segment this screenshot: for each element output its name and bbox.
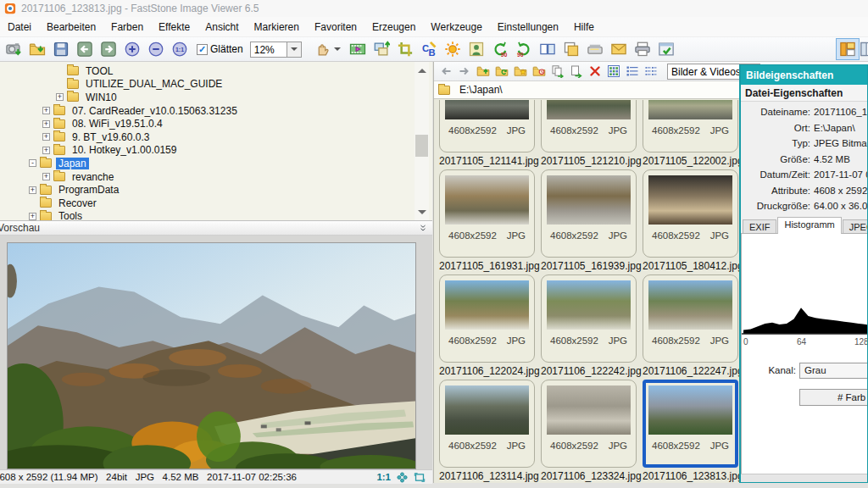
tree-scrollbar[interactable] xyxy=(415,62,429,221)
crop-button[interactable] xyxy=(393,38,417,60)
menu-farben[interactable]: Farben xyxy=(103,18,151,36)
expand-icon[interactable]: + xyxy=(42,133,50,141)
expand-icon[interactable]: + xyxy=(42,147,50,154)
menu-einstellungen[interactable]: Einstellungen xyxy=(490,18,566,36)
thumbnail-cell[interactable]: 4608x2592JPG xyxy=(643,100,738,152)
scroll-down-icon[interactable] xyxy=(418,210,426,214)
thumbnail-cell[interactable]: 4608x2592JPG xyxy=(439,100,535,152)
thumbnail-cell[interactable]: 4608x2592JPG xyxy=(439,274,535,363)
thumbnail-20171106_122247[interactable]: 4608x2592JPG20171106_122247.jpg xyxy=(643,274,738,380)
view-details-button[interactable] xyxy=(623,63,642,80)
thumbnail-20171105_122002[interactable]: 4608x2592JPG20171105_122002.jpg xyxy=(643,100,738,169)
slideshow-button[interactable] xyxy=(346,38,370,60)
color-balance-button[interactable]: CB xyxy=(417,38,441,60)
menu-hilfe[interactable]: Hilfe xyxy=(566,18,602,36)
scroll-up-icon[interactable] xyxy=(418,69,426,73)
recent-folder-button[interactable] xyxy=(530,63,548,80)
thumbnail-20171105_121210[interactable]: 4608x2592JPG20171105_121210.jpg xyxy=(541,100,637,169)
thumbnail-20171106_123114[interactable]: 4608x2592JPG20171106_123114.jpg xyxy=(439,380,535,483)
tree-item-utilize-dual-mac-guide[interactable]: UTILIZE_DUAL_MAC_GUIDE xyxy=(0,78,432,92)
menu-bearbeiten[interactable]: Bearbeiten xyxy=(39,18,103,36)
collapse-chevrons-icon[interactable] xyxy=(419,224,427,233)
thumbnail-20171105_121141[interactable]: 4608x2592JPG20171105_121141.jpg xyxy=(439,100,535,169)
menu-favoriten[interactable]: Favoriten xyxy=(307,18,364,36)
scan-button[interactable] xyxy=(583,38,607,60)
print-button[interactable] xyxy=(631,38,654,60)
view-thumbnails-button[interactable] xyxy=(604,63,623,80)
rotate-left-button[interactable]: 90 xyxy=(488,38,512,60)
tree-item-recover[interactable]: Recover xyxy=(0,197,432,210)
back-button[interactable] xyxy=(437,63,455,80)
copy-move-button[interactable] xyxy=(559,38,583,60)
thumbnail-cell[interactable]: 4608x2592JPG xyxy=(541,169,637,258)
zoom-level-value[interactable]: 12% xyxy=(250,42,287,58)
tab-jpeg-komm[interactable]: JPEG Komm xyxy=(843,219,868,234)
tree-item-07-cardreader-v10-0-15063-31235[interactable]: +07. CardReader_v10.0.15063.31235 xyxy=(0,104,432,118)
hand-tool-button[interactable] xyxy=(310,38,334,60)
tree-item-programdata[interactable]: +ProgramData xyxy=(0,183,432,197)
thumbnail-cell[interactable]: 4608x2592JPG xyxy=(643,169,738,258)
menu-markieren[interactable]: Markieren xyxy=(247,18,307,36)
menu-werkzeuge[interactable]: Werkzeuge xyxy=(423,18,489,36)
channel-dropdown[interactable]: Grau xyxy=(799,363,868,379)
thumbnail-cell[interactable]: 4608x2592JPG xyxy=(439,169,535,258)
expand-icon[interactable]: + xyxy=(29,186,36,194)
thumbnail-20171106_122024[interactable]: 4608x2592JPG20171106_122024.jpg xyxy=(439,274,535,380)
delete-button[interactable] xyxy=(586,63,604,80)
zoom-out-button[interactable] xyxy=(144,38,168,60)
view-list-button[interactable] xyxy=(642,63,660,80)
expand-icon[interactable]: + xyxy=(42,173,50,180)
move-files-button[interactable] xyxy=(567,63,586,80)
expand-icon[interactable]: + xyxy=(42,107,50,114)
thumbnail-20171105_161939[interactable]: 4608x2592JPG20171105_161939.jpg xyxy=(541,169,637,274)
layout-toggle-button[interactable] xyxy=(836,38,860,60)
thumbnail-20171106_122242[interactable]: 4608x2592JPG20171106_122242.jpg xyxy=(541,274,637,380)
expand-icon[interactable]: + xyxy=(29,213,36,220)
layout-alt-button[interactable] xyxy=(860,38,868,60)
menu-effekte[interactable]: Effekte xyxy=(151,18,198,36)
thumbnail-cell[interactable]: 4608x2592JPG xyxy=(541,100,637,152)
thumbnail-20171106_123324[interactable]: 4608x2592JPG20171106_123324.jpg xyxy=(541,380,637,483)
save-button[interactable] xyxy=(49,38,73,60)
tree-item-tools[interactable]: +Tools xyxy=(0,210,432,221)
thumbnail-20171105_161931[interactable]: 4608x2592JPG20171105_161931.jpg xyxy=(439,169,535,274)
previous-image-button[interactable] xyxy=(73,38,97,60)
forward-button[interactable] xyxy=(455,63,474,80)
thumbnail-cell[interactable]: 4608x2592JPG xyxy=(643,274,738,363)
thumbnail-cell[interactable]: 4608x2592JPG xyxy=(541,380,637,468)
navigator-icon[interactable] xyxy=(397,472,408,483)
thumbnail-cell[interactable]: 4608x2592JPG xyxy=(541,274,637,363)
hand-tool-dropdown-icon[interactable] xyxy=(334,47,341,51)
tree-item-9-bt-v19-60-0-3[interactable]: +9. BT_v19.60.0.3 xyxy=(0,130,432,144)
zoom-level-dropdown[interactable] xyxy=(287,42,302,58)
thumbnail-20171106_123813[interactable]: 4608x2592JPG20171106_123813.jpg xyxy=(643,380,738,483)
menu-erzeugen[interactable]: Erzeugen xyxy=(364,18,423,36)
thumbnail-cell[interactable]: 4608x2592JPG xyxy=(439,380,535,468)
tree-item-08-wifi-v19-51-0-4[interactable]: +08. WiFi_v19.51.0.4 xyxy=(0,117,432,130)
compare-button[interactable] xyxy=(536,38,559,60)
panel-title-bar[interactable]: Bildeigenschaften xyxy=(741,65,867,85)
acquire-photo-button[interactable] xyxy=(2,38,25,60)
brightness-button[interactable] xyxy=(441,38,465,60)
collapse-icon[interactable]: - xyxy=(29,159,36,167)
favorites-folder-button[interactable] xyxy=(511,63,530,80)
tree-item-japan[interactable]: -Japan xyxy=(0,157,432,170)
red-eye-button[interactable] xyxy=(465,38,488,60)
tree-item-tool[interactable]: TOOL xyxy=(0,64,432,78)
smooth-checkbox[interactable]: ✓ xyxy=(197,44,208,55)
refresh-folder-button[interactable] xyxy=(492,63,511,80)
thumbnail-20171105_180412[interactable]: 4608x2592JPG20171105_180412.jpg xyxy=(643,169,738,274)
tree-item-revanche[interactable]: +revanche xyxy=(0,170,432,184)
expand-icon[interactable]: + xyxy=(56,93,64,101)
settings-button[interactable] xyxy=(654,38,678,60)
copy-files-button[interactable] xyxy=(548,63,567,80)
tree-item-win10[interactable]: +WIN10 xyxy=(0,91,432,104)
menu-ansicht[interactable]: Ansicht xyxy=(198,18,246,36)
actual-size-button[interactable]: 1:1 xyxy=(168,38,192,60)
open-folder-button[interactable] xyxy=(25,38,49,60)
email-button[interactable] xyxy=(607,38,631,60)
fit-window-icon[interactable] xyxy=(414,472,426,483)
menu-datei[interactable]: Datei xyxy=(0,18,39,36)
scrollbar-thumb[interactable] xyxy=(415,135,428,157)
thumbnail-cell-selected[interactable]: 4608x2592JPG xyxy=(643,380,738,468)
